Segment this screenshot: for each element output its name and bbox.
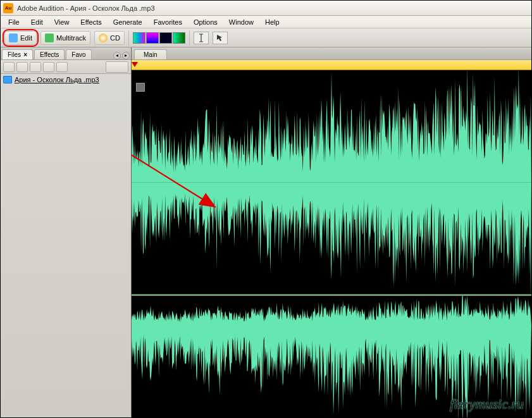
- tab-scroll-right[interactable]: ▸: [122, 52, 130, 59]
- waveform-left: [132, 70, 531, 294]
- edit-file-button[interactable]: [43, 62, 54, 72]
- menu-window[interactable]: Window: [224, 17, 259, 27]
- main-editor: Main fierymusic.ru: [132, 47, 531, 417]
- left-channel[interactable]: [132, 70, 531, 295]
- pan-view-button[interactable]: [159, 32, 172, 44]
- file-item[interactable]: Ария - Осколок Льда .mp3: [2, 75, 130, 84]
- sidebar-tab-nav: ◂ ▸: [113, 52, 130, 59]
- app-icon: Au: [3, 3, 13, 13]
- app-window: Au Adobe Audition - Ария - Осколок Льда …: [0, 0, 532, 418]
- multitrack-label: Multitrack: [56, 34, 86, 42]
- toolbar-separator-2: [189, 30, 190, 46]
- toolbar-separator: [128, 30, 129, 46]
- multitrack-icon: [45, 34, 54, 42]
- multitrack-mode-button[interactable]: Multitrack: [40, 31, 90, 45]
- selection-tool-button[interactable]: [213, 32, 228, 44]
- view-buttons: [133, 32, 185, 44]
- edit-mode-button-highlight: Edit: [4, 31, 37, 45]
- sidebar-toolbar: [1, 60, 131, 74]
- cd-label: CD: [110, 34, 120, 42]
- tab-scroll-left[interactable]: ◂: [113, 52, 121, 59]
- file-name: Ария - Осколок Льда .mp3: [15, 76, 99, 83]
- titlebar: Au Adobe Audition - Ария - Осколок Льда …: [1, 1, 531, 16]
- menu-view[interactable]: View: [49, 17, 75, 27]
- menu-options[interactable]: Options: [189, 17, 223, 27]
- channel-indicator: [136, 83, 145, 92]
- tab-files-label: Files: [8, 51, 21, 58]
- tab-effects[interactable]: Effects: [34, 49, 65, 59]
- import-file-button[interactable]: [3, 62, 15, 72]
- edit-mode-button[interactable]: Edit: [4, 31, 37, 45]
- window-title: Adobe Audition - Ария - Осколок Льда .mp…: [17, 4, 155, 12]
- frequency-view-button[interactable]: [146, 32, 159, 44]
- tab-main[interactable]: Main: [134, 49, 167, 59]
- options-button[interactable]: [56, 62, 68, 72]
- menubar: File Edit View Effects Generate Favorite…: [1, 16, 531, 28]
- insert-multitrack-button[interactable]: [30, 62, 41, 72]
- tab-files[interactable]: Files×: [2, 49, 33, 59]
- menu-generate[interactable]: Generate: [108, 17, 147, 27]
- workarea: Files× Effects Favo ◂ ▸ А: [1, 47, 531, 417]
- cursor-icon: [216, 34, 225, 42]
- menu-edit[interactable]: Edit: [26, 17, 48, 27]
- menu-help[interactable]: Help: [260, 17, 285, 27]
- main-tabs: Main: [132, 47, 531, 60]
- menu-file[interactable]: File: [3, 17, 25, 27]
- tab-favorites[interactable]: Favo: [66, 49, 91, 59]
- cd-icon: [99, 34, 108, 42]
- ibeam-tool-button[interactable]: [194, 32, 209, 44]
- edit-label: Edit: [20, 34, 32, 42]
- watermark-text: fierymusic.ru: [450, 396, 524, 412]
- sort-button[interactable]: [106, 61, 128, 73]
- cd-mode-button[interactable]: CD: [94, 31, 125, 45]
- audio-file-icon: [3, 76, 12, 83]
- tab-close-icon[interactable]: ×: [23, 51, 27, 58]
- sidebar-tabs: Files× Effects Favo ◂ ▸: [1, 47, 131, 60]
- file-list[interactable]: Ария - Осколок Льда .mp3: [1, 74, 131, 417]
- waveform-display[interactable]: fierymusic.ru: [132, 70, 531, 417]
- waveform-view-button[interactable]: [173, 32, 185, 44]
- timeline-ruler[interactable]: [132, 60, 531, 70]
- waveform-icon: [9, 34, 18, 42]
- spectral-view-button[interactable]: [133, 32, 145, 44]
- playhead-marker[interactable]: [132, 62, 138, 67]
- menu-effects[interactable]: Effects: [75, 17, 106, 27]
- main-toolbar: Edit Multitrack CD: [1, 28, 531, 47]
- close-file-button[interactable]: [16, 62, 28, 72]
- menu-favorites[interactable]: Favorites: [149, 17, 187, 27]
- ibeam-icon: [198, 34, 204, 42]
- sidebar-panel: Files× Effects Favo ◂ ▸ А: [1, 47, 132, 417]
